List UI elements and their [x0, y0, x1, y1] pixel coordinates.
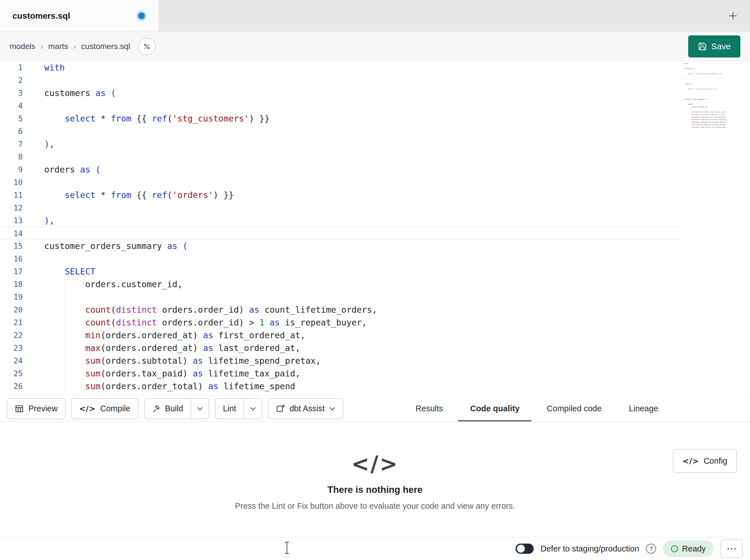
- ellipsis-icon: ⋯: [727, 544, 737, 554]
- preview-button[interactable]: Preview: [7, 398, 65, 419]
- minimap-lines: withcustomers as ( select * from {{ ref(…: [683, 62, 726, 129]
- line-content: sum(orders.order_total) as lifetime_spen…: [683, 126, 726, 129]
- tab-results[interactable]: Results: [416, 396, 443, 421]
- code-line[interactable]: 12: [0, 201, 750, 214]
- results-tab-list: Results Code quality Compiled code Linea…: [416, 396, 658, 421]
- line-number: 2: [0, 74, 23, 87]
- defer-toggle[interactable]: [515, 544, 534, 554]
- line-number: 13: [0, 214, 23, 227]
- ready-status-label: Ready: [682, 544, 706, 554]
- minimap-line: SELECT: [683, 103, 726, 106]
- line-content: customer_orders_summary as (: [43, 240, 750, 252]
- code-editor[interactable]: 1with23customers as (45 select * from {{…: [0, 61, 750, 395]
- config-button[interactable]: </> Config: [673, 449, 737, 473]
- code-line[interactable]: 21 count(distinct orders.order_id) > 1 a…: [0, 316, 750, 329]
- code-line[interactable]: 26 sum(orders.order_total) as lifetime_s…: [0, 380, 750, 393]
- dbt-assist-button[interactable]: dbt Assist: [268, 398, 343, 419]
- line-content: orders as (: [683, 83, 726, 85]
- save-button-label: Save: [711, 42, 731, 51]
- code-line[interactable]: 13),: [0, 214, 750, 227]
- line-number: 3: [0, 87, 23, 99]
- breadcrumb-item-marts[interactable]: marts: [48, 42, 68, 51]
- breadcrumb-item-file: customers.sql: [81, 42, 130, 51]
- build-button[interactable]: Build: [145, 399, 191, 419]
- minimap-line: orders as (: [683, 83, 726, 85]
- minimap-line: select * from {{ ref('stg_customers') }}: [683, 72, 726, 75]
- code-line[interactable]: 1with: [0, 61, 750, 74]
- line-content: customer_orders_summary as (: [683, 98, 726, 101]
- line-number: 5: [0, 112, 23, 125]
- code-line[interactable]: 14: [0, 227, 682, 240]
- line-number: 19: [0, 291, 23, 303]
- line-number: 21: [0, 316, 23, 329]
- code-line[interactable]: 10: [0, 176, 750, 189]
- compile-button[interactable]: </> Compile: [71, 398, 138, 419]
- breadcrumb-separator-icon: ›: [40, 42, 43, 51]
- code-line[interactable]: 3customers as (: [0, 87, 750, 99]
- lint-button[interactable]: Lint: [216, 399, 244, 419]
- status-bar: Defer to staging/production ? Ready ⋯: [0, 537, 750, 560]
- ready-status-badge[interactable]: Ready: [663, 540, 714, 557]
- minimap[interactable]: withcustomers as ( select * from {{ ref(…: [683, 62, 726, 130]
- code-line[interactable]: 4: [0, 99, 750, 112]
- minimap-line: count(distinct orders.order_id) > 1 as i…: [683, 113, 726, 116]
- code-line[interactable]: 17 SELECT: [0, 265, 750, 278]
- dbt-assist-button-label: dbt Assist: [290, 404, 325, 413]
- new-tab-button[interactable]: [725, 7, 742, 24]
- line-content: ),: [43, 214, 750, 227]
- line-content: with: [43, 61, 750, 74]
- build-dropdown-button[interactable]: [191, 399, 209, 419]
- code-line[interactable]: 5 select * from {{ ref('stg_customers') …: [0, 112, 750, 125]
- indent-guide: [64, 303, 64, 316]
- code-line[interactable]: 2: [0, 74, 750, 87]
- line-number: 8: [0, 150, 23, 163]
- line-content: [43, 125, 750, 138]
- tab-compiled-code[interactable]: Compiled code: [547, 396, 601, 421]
- line-content: min(orders.ordered_at) as first_ordered_…: [683, 116, 726, 118]
- line-number: 9: [0, 163, 23, 176]
- help-icon[interactable]: ?: [646, 544, 656, 554]
- line-content: sum(orders.subtotal) as lifetime_spend_p…: [683, 121, 726, 124]
- code-line[interactable]: 11 select * from {{ ref('orders') }}: [0, 189, 750, 201]
- minimap-line: orders.customer_id,: [683, 106, 726, 108]
- code-icon: </>: [79, 404, 96, 413]
- line-content: [43, 74, 750, 87]
- code-line[interactable]: 22 min(orders.ordered_at) as first_order…: [0, 329, 750, 341]
- code-line[interactable]: 25 sum(orders.tax_paid) as lifetime_tax_…: [0, 367, 750, 380]
- code-line[interactable]: 19: [0, 291, 750, 303]
- code-line[interactable]: 15customer_orders_summary as (: [0, 240, 750, 252]
- code-line[interactable]: 16: [0, 252, 750, 265]
- minimap-line: customers as (: [683, 67, 726, 70]
- save-button[interactable]: Save: [688, 36, 741, 58]
- breadcrumb-item-models[interactable]: models: [9, 42, 35, 51]
- code-line[interactable]: 9orders as (: [0, 163, 750, 176]
- line-content: ),: [683, 93, 726, 96]
- line-number: 25: [0, 367, 23, 380]
- minimap-line: [683, 90, 726, 93]
- tab-lineage[interactable]: Lineage: [629, 396, 658, 421]
- minimap-line: [683, 75, 726, 78]
- line-number: 22: [0, 329, 23, 341]
- line-content: sum(orders.tax_paid) as lifetime_tax_pai…: [683, 124, 726, 126]
- lint-dropdown-button[interactable]: [244, 399, 262, 419]
- code-line[interactable]: 8: [0, 150, 750, 163]
- code-line[interactable]: 23 max(orders.ordered_at) as last_ordere…: [0, 341, 750, 354]
- tab-code-quality[interactable]: Code quality: [470, 396, 519, 421]
- more-options-button[interactable]: ⋯: [721, 539, 743, 558]
- code-line[interactable]: 18 orders.customer_id,: [0, 278, 750, 291]
- tab-customers-sql[interactable]: customers.sql: [0, 0, 159, 32]
- code-line[interactable]: 24 sum(orders.subtotal) as lifetime_spen…: [0, 354, 750, 367]
- code-line[interactable]: 6: [0, 125, 750, 138]
- line-number: 17: [0, 265, 23, 278]
- minimap-line: sum(orders.tax_paid) as lifetime_tax_pai…: [683, 124, 726, 126]
- file-actions-button[interactable]: [138, 38, 156, 55]
- indent-guide: [64, 329, 64, 341]
- code-line[interactable]: 7),: [0, 138, 750, 150]
- breadcrumb-separator-icon: ›: [73, 42, 76, 51]
- line-content: [683, 70, 726, 72]
- code-line[interactable]: 20 count(distinct orders.order_id) as co…: [0, 303, 750, 316]
- line-content: max(orders.ordered_at) as last_ordered_a…: [683, 118, 726, 121]
- line-content: [43, 252, 750, 265]
- line-content: count(distinct orders.order_id) as count…: [43, 303, 750, 316]
- tab-bar: customers.sql: [0, 0, 750, 32]
